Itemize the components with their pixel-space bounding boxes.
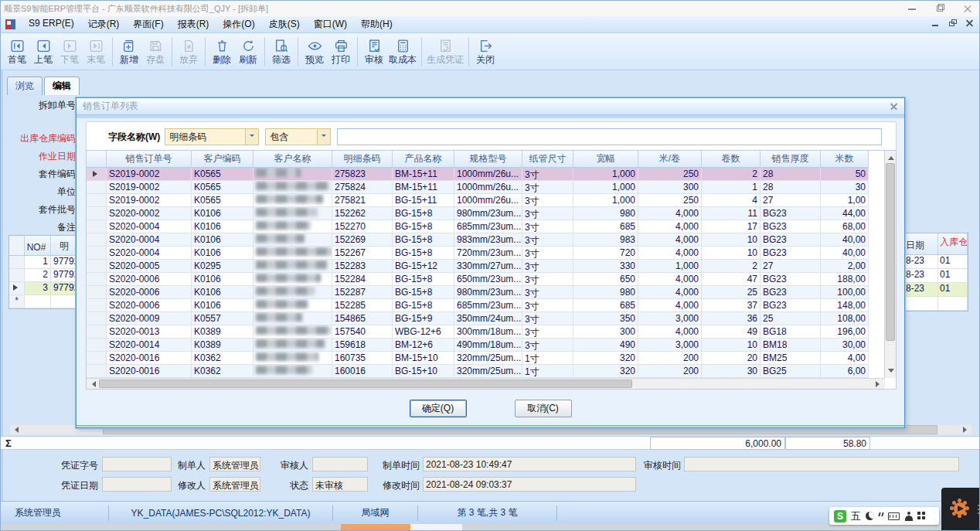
footer-value-修改时间[interactable]: 2021-08-24 09:03:37 [423, 477, 636, 492]
column-header-5[interactable]: 规格型号 [454, 151, 522, 167]
column-header-8[interactable]: 米/卷 [638, 151, 702, 167]
punctuation-icon[interactable] [879, 512, 883, 520]
footer-value-制单时间[interactable]: 2021-08-23 10:49:47 [423, 457, 636, 471]
column-header-4[interactable]: 产品名称 [393, 151, 454, 167]
scroll-up-icon[interactable] [885, 151, 897, 162]
toolbar-button-del[interactable]: 删除 [209, 37, 235, 66]
column-header-0[interactable]: 销售订单号 [107, 151, 192, 167]
toolbar-button-audit[interactable]: 审核 [361, 37, 387, 66]
cell-米数: 108,00 [821, 312, 869, 325]
chevron-down-icon[interactable] [317, 129, 330, 145]
mdi-restore-button[interactable] [948, 19, 958, 28]
menu-item-4[interactable]: 操作(O) [216, 16, 261, 32]
toolbar-button-add[interactable]: 新增 [116, 37, 142, 66]
chevron-down-icon[interactable] [245, 129, 258, 145]
toolbar-button-preview[interactable]: 预览 [301, 37, 328, 66]
tools-icon[interactable] [917, 512, 926, 520]
filter-field-select[interactable]: 明细条码 [165, 128, 259, 145]
mdi-minimize-button[interactable] [931, 19, 941, 28]
footer-value-状态[interactable]: 未审核 [312, 477, 368, 492]
toolbar-button-close[interactable]: 关闭 [472, 37, 499, 66]
table-row[interactable]: S2019-0002K0565275823BM-15+111000mm/26u.… [87, 168, 869, 181]
grid-row[interactable]: 8-2301 [904, 283, 968, 297]
person-icon[interactable] [904, 512, 913, 521]
menu-item-5[interactable]: 皮肤(S) [262, 16, 307, 32]
column-header-10[interactable]: 销售厚度 [761, 151, 821, 167]
restore-button[interactable] [934, 3, 945, 14]
table-row[interactable]: S2019-0002K0565275824BM-15+111000mm/26u.… [87, 181, 869, 194]
footer-value-修改人[interactable]: 系统管理员 [209, 477, 260, 492]
menu-item-6[interactable]: 窗口(W) [307, 16, 354, 32]
taskbar-item[interactable] [410, 524, 462, 531]
table-row[interactable]: S2020-0004K0106152267BG-15+8720mm/23um..… [87, 247, 869, 260]
taskbar-item-active[interactable] [341, 524, 410, 531]
scroll-left-icon[interactable] [12, 427, 19, 433]
menu-item-0[interactable]: S9 ERP(E) [22, 16, 81, 32]
grid-row[interactable]: 397792 [9, 282, 76, 295]
footer-value-审核时间[interactable] [684, 457, 959, 471]
table-row[interactable]: S2020-0004K0106152270BG-15+8685mm/23um..… [87, 220, 869, 233]
scroll-down-icon[interactable] [885, 366, 897, 378]
footer-value-审核人[interactable] [312, 457, 368, 471]
table-row[interactable]: S2020-0009K0557154865BG-15+9350mm/24um..… [87, 312, 869, 325]
table-row[interactable]: S2020-0002K0106152262BG-15+8980mm/23um..… [87, 207, 869, 220]
menu-item-3[interactable]: 报表(R) [171, 16, 216, 32]
toolbar-button-first[interactable]: 首笔 [4, 37, 30, 66]
cancel-button[interactable]: 取消(C) [515, 400, 572, 417]
minimize-button[interactable] [907, 3, 917, 14]
table-row[interactable]: S2019-0002K0565275821BG-15+111000mm/26u.… [87, 194, 869, 207]
table-row[interactable]: S2020-0004K0106152269BG-15+8983mm/23um..… [87, 233, 869, 247]
ok-button[interactable]: 确定(Q) [410, 400, 467, 417]
scrollbar-thumb[interactable] [886, 163, 895, 341]
column-header-2[interactable]: 客户名称 [254, 151, 332, 167]
cell-产品名称: BG-15+8 [393, 207, 454, 220]
toolbar-button-label: 下笔 [60, 55, 79, 65]
tab-edit[interactable]: 编辑 [44, 77, 80, 95]
footer-value-制单人[interactable]: 系统管理员 [209, 457, 260, 471]
column-header-3[interactable]: 明细条码 [332, 151, 393, 167]
toolbar-button-cost[interactable]: 取成本 [387, 37, 418, 66]
table-horizontal-scrollbar[interactable] [87, 378, 885, 389]
column-header-1[interactable]: 客户编码 [192, 151, 254, 167]
toolbar-button-refresh[interactable]: 刷新 [235, 37, 261, 66]
scrollbar-thumb[interactable] [99, 380, 632, 388]
keyboard-icon[interactable] [888, 512, 900, 520]
grid-new-row[interactable]: * [9, 295, 76, 308]
column-header-9[interactable]: 卷数 [702, 151, 761, 167]
tab-browse[interactable]: 浏览 [7, 77, 43, 95]
table-row[interactable]: S2020-0014K0389159618BM-12+6490mm/18um..… [87, 339, 869, 352]
menu-item-2[interactable]: 界面(F) [126, 16, 170, 32]
table-row[interactable]: S2020-0006K0106152287BG-15+8980mm/23um..… [87, 286, 869, 299]
table-row[interactable]: S2020-0013K0389157540WBG-12+6300mm/18um.… [87, 325, 869, 339]
scroll-left-icon[interactable] [87, 379, 98, 389]
grid-row[interactable]: 197792 [9, 256, 76, 269]
table-row[interactable]: S2020-0006K0106152285BG-15+8685mm/23um..… [87, 299, 869, 312]
table-row[interactable]: S2020-0016K0362160735BM-15+10320mm/25um.… [87, 352, 869, 365]
filter-search-input[interactable] [337, 128, 882, 145]
grid-row[interactable]: 297792 [9, 269, 76, 282]
filter-operator-select[interactable]: 包含 [265, 128, 331, 145]
menu-item-7[interactable]: 帮助(H) [354, 16, 400, 32]
table-vertical-scrollbar[interactable] [884, 151, 896, 378]
column-header-11[interactable]: 米数 [821, 151, 869, 167]
table-row[interactable]: S2020-0006K0106152284BG-15+8650mm/23um..… [87, 273, 869, 286]
wubi-mode-icon[interactable]: 五 [851, 509, 861, 523]
close-button[interactable] [962, 3, 973, 14]
scroll-right-icon[interactable] [963, 427, 970, 433]
scroll-right-icon[interactable] [873, 379, 885, 389]
table-row[interactable]: S2020-0016K0362160016BG-15+10320mm/25um.… [87, 365, 869, 378]
mdi-close-button[interactable] [965, 19, 975, 28]
menu-item-1[interactable]: 记录(R) [81, 16, 127, 32]
moon-icon[interactable] [866, 512, 874, 520]
grid-empty-row[interactable] [904, 297, 968, 311]
table-row[interactable]: S2020-0005K0295152283BG-15+12330mm/27um.… [87, 260, 869, 273]
dialog-close-icon[interactable] [890, 102, 898, 111]
grid-row[interactable]: 8-2301 [904, 269, 968, 283]
column-header-7[interactable]: 宽幅 [573, 151, 638, 167]
toolbar-button-print[interactable]: 打印 [328, 37, 354, 66]
grid-row[interactable]: 8-2301 [904, 255, 968, 269]
sogou-logo-icon[interactable]: S [834, 510, 846, 522]
toolbar-button-filter[interactable]: 筛选 [268, 37, 294, 66]
column-header-6[interactable]: 纸管尺寸 [522, 151, 573, 167]
toolbar-button-prev[interactable]: 上笔 [30, 37, 56, 66]
